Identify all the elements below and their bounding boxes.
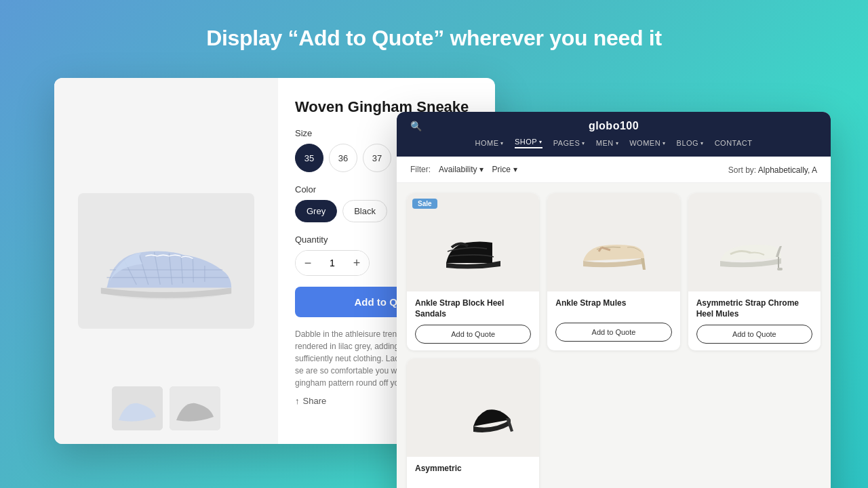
quantity-control: − 1 + bbox=[295, 250, 370, 276]
card-atq-button-3[interactable]: Add to Quote bbox=[696, 325, 812, 344]
chevron-icon: ▾ bbox=[616, 140, 619, 146]
card-info-1: Ankle Strap Block Heel Sandals Add to Qu… bbox=[407, 291, 539, 350]
size-btn-37[interactable]: 37 bbox=[363, 144, 391, 172]
search-icon[interactable]: 🔍 bbox=[410, 121, 422, 131]
chevron-icon: ▾ bbox=[513, 165, 517, 174]
chevron-icon: ▾ bbox=[500, 140, 504, 146]
nav-contact[interactable]: CONTACT bbox=[715, 138, 753, 148]
sort-value: Alphabetically, A bbox=[758, 165, 817, 175]
product-grid: Sale Ankle Strap Block Heel Sandals bbox=[397, 183, 831, 488]
filter-label: Filter: bbox=[410, 165, 431, 174]
sale-badge-1: Sale bbox=[412, 199, 437, 209]
chevron-icon: ▾ bbox=[701, 140, 704, 146]
nav-pages[interactable]: PAGES ▾ bbox=[553, 138, 585, 148]
shoe-image-4 bbox=[433, 378, 514, 439]
thumbnail-1[interactable] bbox=[112, 386, 163, 430]
page-title: Display “Add to Quote” wherever you need… bbox=[0, 26, 868, 51]
sort-section: Sort by: Alphabetically, A bbox=[728, 163, 817, 176]
shoe-image-2 bbox=[573, 212, 654, 273]
chevron-icon: ▾ bbox=[663, 140, 666, 146]
availability-filter[interactable]: Availability ▾ bbox=[439, 165, 484, 174]
card-name-2: Ankle Strap Mules bbox=[555, 298, 671, 317]
product-card-1: Sale Ankle Strap Block Heel Sandals bbox=[407, 193, 539, 350]
filter-left: Filter: Availability ▾ Price ▾ bbox=[410, 165, 517, 174]
size-btn-36[interactable]: 36 bbox=[329, 144, 357, 172]
shoe-image-1 bbox=[433, 212, 514, 273]
card-atq-button-1[interactable]: Add to Quote bbox=[415, 325, 531, 344]
svg-rect-13 bbox=[777, 268, 783, 270]
card-image-2 bbox=[547, 193, 679, 291]
card-image-3 bbox=[688, 193, 821, 291]
svg-line-6 bbox=[193, 259, 193, 282]
share-label: Share bbox=[303, 396, 327, 406]
shoe-image-3 bbox=[713, 212, 795, 273]
product-card-4: Asymmetric Add bbox=[407, 359, 539, 488]
quantity-minus-button[interactable]: − bbox=[296, 251, 320, 275]
thumbnail-row bbox=[112, 386, 220, 430]
nav-links: HOME ▾ SHOP ▾ PAGES ▾ MEN ▾ WOMEN ▾ BLOG… bbox=[410, 138, 817, 148]
price-filter[interactable]: Price ▾ bbox=[492, 165, 517, 174]
nav-men[interactable]: MEN ▾ bbox=[596, 138, 618, 148]
thumbnail-2[interactable] bbox=[170, 386, 220, 430]
nav-blog[interactable]: BLOG ▾ bbox=[677, 138, 704, 148]
sort-label: Sort by: bbox=[728, 165, 758, 175]
nav-home[interactable]: HOME ▾ bbox=[475, 138, 504, 148]
windows-container: Woven Gingham Sneake Size 35 36 37 38 39… bbox=[0, 71, 868, 464]
nav-women[interactable]: WOMEN ▾ bbox=[629, 138, 665, 148]
sneaker-svg bbox=[85, 214, 248, 308]
color-btn-grey[interactable]: Grey bbox=[295, 200, 337, 222]
product-card-2: Ankle Strap Mules Add to Quote bbox=[547, 193, 679, 350]
card-info-4: Asymmetric Add bbox=[407, 457, 539, 488]
nav-top: 🔍 globo100 bbox=[410, 120, 817, 132]
brand-name: globo100 bbox=[589, 120, 639, 132]
product-image-area bbox=[54, 78, 278, 444]
nav-shop[interactable]: SHOP ▾ bbox=[515, 138, 542, 148]
card-info-2: Ankle Strap Mules Add to Quote bbox=[547, 291, 679, 348]
chevron-icon: ▾ bbox=[479, 165, 484, 174]
card-name-3: Asymmetric Strap Chrome Heel Mules bbox=[696, 298, 812, 319]
card-image-4 bbox=[407, 359, 539, 457]
quantity-plus-button[interactable]: + bbox=[344, 251, 369, 275]
card-atq-button-2[interactable]: Add to Quote bbox=[555, 323, 671, 342]
page-header: Display “Add to Quote” wherever you need… bbox=[0, 0, 868, 71]
product-card-3: Asymmetric Strap Chrome Heel Mules Add t… bbox=[688, 193, 821, 350]
filter-bar: Filter: Availability ▾ Price ▾ Sort by: … bbox=[397, 157, 831, 183]
color-btn-black[interactable]: Black bbox=[342, 200, 387, 222]
chevron-icon: ▾ bbox=[539, 139, 542, 145]
quantity-value: 1 bbox=[320, 258, 344, 268]
product-image bbox=[78, 193, 254, 329]
card-name-1: Ankle Strap Block Heel Sandals bbox=[415, 298, 531, 319]
share-icon: ↑ bbox=[295, 396, 300, 406]
shop-window: 🔍 globo100 HOME ▾ SHOP ▾ PAGES ▾ MEN ▾ W… bbox=[397, 112, 831, 488]
card-name-4: Asymmetric bbox=[415, 464, 531, 483]
card-image-1: Sale bbox=[407, 193, 539, 291]
card-info-3: Asymmetric Strap Chrome Heel Mules Add t… bbox=[688, 291, 821, 350]
shop-nav: 🔍 globo100 HOME ▾ SHOP ▾ PAGES ▾ MEN ▾ W… bbox=[397, 112, 831, 157]
size-btn-35[interactable]: 35 bbox=[295, 144, 323, 172]
chevron-icon: ▾ bbox=[582, 140, 585, 146]
